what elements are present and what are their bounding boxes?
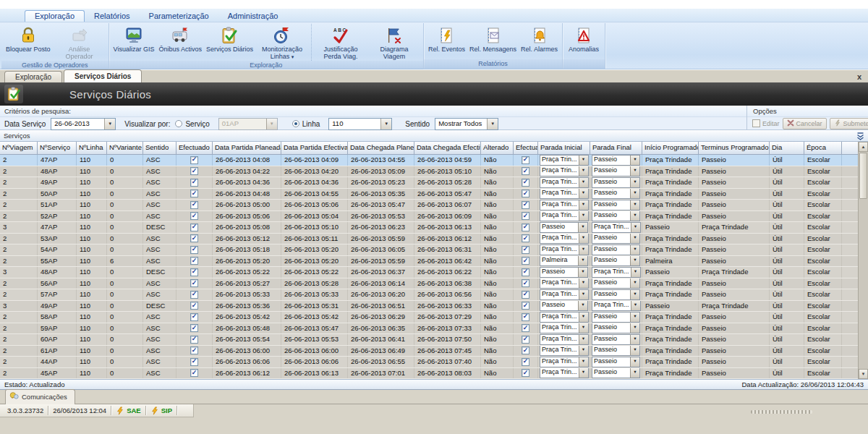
parada-inicial-combobox[interactable]: Passeio▼	[540, 267, 588, 278]
efectuado-checkbox[interactable]: ✓	[190, 268, 198, 276]
chevron-down-icon[interactable]: ▼	[578, 301, 587, 310]
table-row[interactable]: 255AP1106ASC✓26-06-2013 05:2026-06-2013 …	[0, 256, 868, 268]
parada-inicial-combobox[interactable]: Praça Trin...▼	[540, 346, 589, 357]
chevron-down-icon[interactable]: ▼	[579, 211, 588, 221]
ribbon-button-rel-eventos[interactable]: Rel. Eventos	[426, 24, 467, 59]
parada-inicial-combobox[interactable]: Praça Trin...▼	[540, 334, 589, 345]
efectuado-checkbox[interactable]: ✓	[190, 212, 198, 220]
chevron-down-icon[interactable]: ▼	[630, 234, 639, 243]
efectuado-checkbox[interactable]: ✓	[190, 313, 198, 321]
editar-checkbox[interactable]: Editar	[752, 119, 780, 127]
column-header-data-partida-efectiva[interactable]: Data Partida Efectiva	[281, 142, 348, 155]
parada-inicial-combobox[interactable]: Praça Trin...▼	[540, 312, 589, 323]
table-row[interactable]: 254AP1100ASC✓26-06-2013 05:1826-06-2013 …	[0, 244, 868, 256]
ribbon-button-diagrama-viagem[interactable]: Diagrama Viagem	[367, 24, 421, 61]
parada-final-combobox[interactable]: Passeio▼	[592, 256, 640, 267]
efectuar-checkbox[interactable]: ✓	[522, 324, 529, 332]
efectuar-checkbox[interactable]: ✓	[522, 224, 529, 231]
ribbon-button-rel-mensagens[interactable]: Rel. Mensagens	[467, 24, 519, 59]
scroll-up-button[interactable]: ▲	[859, 142, 868, 152]
efectuar-checkbox[interactable]: ✓	[522, 268, 529, 276]
parada-inicial-combobox[interactable]: Praça Trin...▼	[540, 368, 589, 379]
column-header-nolinha[interactable]: NºLinha	[77, 142, 107, 155]
table-row[interactable]: 244AP1100ASC✓26-06-2013 06:0626-06-2013 …	[0, 357, 868, 368]
efectuado-checkbox[interactable]: ✓	[190, 291, 198, 299]
table-row[interactable]: 349AP1100DESC✓26-06-2013 05:3626-06-2013…	[0, 301, 868, 312]
submete-button[interactable]: Submete...	[830, 118, 868, 129]
efectuar-checkbox[interactable]: ✓	[522, 201, 529, 209]
chevron-down-icon[interactable]: ▼	[630, 200, 639, 210]
ribbon-button-servicos-diarios[interactable]: Serviços Diários	[204, 24, 255, 61]
chevron-down-icon[interactable]: ▼	[578, 223, 587, 232]
table-row[interactable]: 257AP1100ASC✓26-06-2013 05:3326-06-2013 …	[0, 289, 868, 301]
sentido-combobox[interactable]: Mostrar Todos ▼	[435, 118, 498, 130]
efectuar-checkbox[interactable]: ✓	[522, 302, 529, 310]
chevron-down-icon[interactable]: ▼	[487, 119, 498, 129]
efectuado-checkbox[interactable]: ✓	[190, 246, 198, 254]
chevron-down-icon[interactable]: ▼	[579, 156, 588, 165]
chevron-down-icon[interactable]: ▼	[630, 346, 639, 355]
parada-inicial-combobox[interactable]: Praça Trin...▼	[540, 211, 589, 222]
column-header-data-chegada-planea[interactable]: Data Chegada Planea...	[348, 142, 414, 155]
efectuar-checkbox[interactable]: ✓	[522, 313, 529, 321]
efectuar-checkbox[interactable]: ✓	[522, 190, 529, 197]
chevron-down-icon[interactable]: ▼	[579, 368, 588, 378]
table-row[interactable]: 258AP1100ASC✓26-06-2013 05:4226-06-2013 …	[0, 312, 868, 323]
parada-final-combobox[interactable]: Passeio▼	[592, 189, 640, 200]
efectuar-checkbox[interactable]: ✓	[522, 279, 529, 287]
parada-inicial-combobox[interactable]: Praça Trin...▼	[540, 177, 589, 188]
parada-final-combobox[interactable]: Praça Trin...▼	[592, 267, 641, 278]
ribbon-tab-parameterizacao[interactable]: Parameterização	[140, 11, 218, 22]
parada-final-combobox[interactable]: Passeio▼	[592, 357, 640, 367]
chevron-down-icon[interactable]: ▼	[630, 211, 639, 221]
chevron-down-icon[interactable]: ▼	[579, 178, 588, 187]
chevron-down-icon[interactable]: ▼	[630, 323, 639, 333]
chevron-down-icon[interactable]: ▼	[579, 357, 588, 367]
resize-gripper[interactable]	[751, 410, 812, 414]
efectuar-checkbox[interactable]: ✓	[522, 257, 529, 265]
table-row[interactable]: 259AP1100ASC✓26-06-2013 05:4826-06-2013 …	[0, 323, 868, 335]
efectuar-checkbox[interactable]: ✓	[522, 246, 529, 254]
parada-final-combobox[interactable]: Passeio▼	[592, 278, 640, 289]
parada-final-combobox[interactable]: Passeio▼	[592, 166, 640, 177]
parada-inicial-combobox[interactable]: Praça Trin...▼	[540, 278, 589, 289]
chevron-down-icon[interactable]: ▼	[630, 290, 639, 299]
efectuado-checkbox[interactable]: ✓	[190, 369, 198, 377]
scrollbar-thumb[interactable]	[859, 153, 867, 199]
parada-final-combobox[interactable]: Passeio▼	[592, 346, 640, 357]
chevron-down-icon[interactable]: ▼	[631, 268, 640, 277]
efectuado-checkbox[interactable]: ✓	[190, 167, 198, 175]
efectuado-checkbox[interactable]: ✓	[190, 324, 198, 332]
parada-final-combobox[interactable]: Passeio▼	[592, 177, 640, 188]
linha-combobox[interactable]: 110 ▼	[328, 118, 392, 130]
chevron-down-icon[interactable]: ▼	[630, 335, 639, 344]
parada-final-combobox[interactable]: Passeio▼	[592, 234, 640, 244]
ribbon-button-onibus-activos[interactable]: Ônibus Activos	[156, 24, 204, 61]
chevron-down-icon[interactable]: ▼	[578, 256, 587, 265]
chevron-down-icon[interactable]: ▼	[579, 189, 588, 198]
efectuado-checkbox[interactable]: ✓	[190, 234, 198, 242]
efectuado-checkbox[interactable]: ✓	[190, 346, 198, 354]
table-row[interactable]: 249AP1100ASC✓26-06-2013 04:3626-06-2013 …	[0, 177, 868, 189]
column-header-data-chegada-efectiva[interactable]: Data Chegada Efectiva	[414, 142, 481, 155]
chevron-down-icon[interactable]: ▼	[630, 357, 639, 367]
chevron-down-icon[interactable]: ▼	[631, 301, 640, 310]
parada-final-combobox[interactable]: Passeio▼	[592, 334, 640, 345]
chevron-down-icon[interactable]: ▼	[579, 335, 588, 344]
efectuar-checkbox[interactable]: ✓	[522, 167, 529, 175]
parada-inicial-combobox[interactable]: Passeio▼	[540, 301, 588, 312]
chevron-down-icon[interactable]: ▼	[579, 312, 588, 322]
linha-radio[interactable]: Linha	[292, 120, 325, 128]
column-header-data-partida-planeada[interactable]: Data Partida Planeada	[213, 142, 281, 155]
parada-inicial-combobox[interactable]: Palmeira▼	[540, 256, 588, 267]
efectuado-checkbox[interactable]: ✓	[190, 257, 198, 265]
column-header-noviagem[interactable]: NºViagem	[0, 142, 38, 155]
efectuar-checkbox[interactable]: ✓	[522, 156, 529, 164]
parada-final-combobox[interactable]: Passeio▼	[592, 155, 640, 166]
ribbon-tab-relatorios[interactable]: Relatórios	[85, 11, 140, 22]
chevron-down-icon[interactable]: ▼	[630, 156, 639, 165]
table-row[interactable]: 245AP1100ASC✓26-06-2013 06:1226-06-2013 …	[0, 368, 868, 380]
efectuar-checkbox[interactable]: ✓	[522, 336, 529, 344]
efectuado-checkbox[interactable]: ✓	[190, 201, 198, 209]
ribbon-button-bloquear-posto[interactable]: Bloquear Posto	[4, 24, 53, 61]
